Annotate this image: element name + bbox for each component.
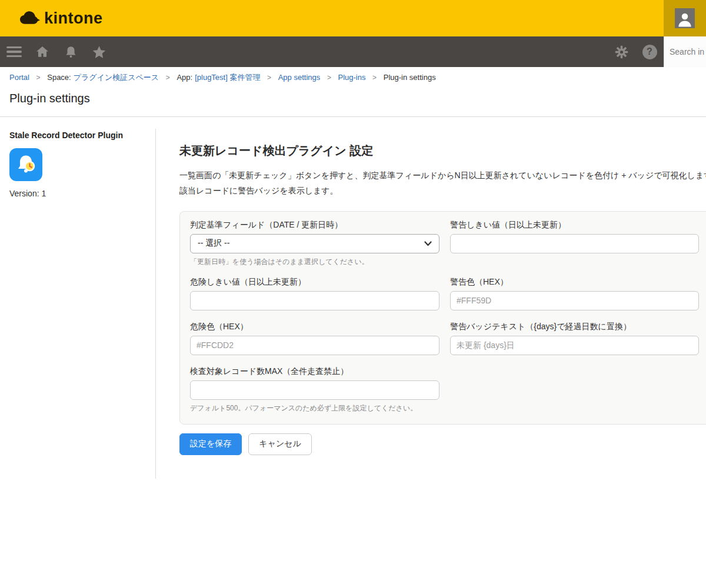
settings-gear-icon[interactable] [607, 36, 635, 67]
field-warning-badge-text: 警告バッジテキスト（{days}で経過日数に置換） [450, 322, 699, 355]
criteria-label: 判定基準フィールド（DATE / 更新日時） [190, 220, 439, 230]
settings-form-panel: 判定基準フィールド（DATE / 更新日時） -- 選択 -- 「更新日時」を使… [179, 211, 706, 425]
field-criteria: 判定基準フィールド（DATE / 更新日時） -- 選択 -- 「更新日時」を使… [190, 220, 439, 266]
page-title: Plug-in settings [9, 91, 697, 105]
danger-threshold-label: 危険しきい値（日以上未更新） [190, 277, 439, 287]
criteria-select-value: -- 選択 -- [198, 238, 229, 249]
breadcrumb-link-plugins[interactable]: Plug-ins [338, 73, 366, 82]
search-input[interactable]: Search in [664, 36, 706, 67]
global-nav-bar: ? Search in [0, 36, 706, 67]
breadcrumb-link-portal[interactable]: Portal [9, 73, 29, 82]
content-area: Stale Record Detector Plugin Version: 1 … [0, 117, 706, 479]
breadcrumb-separator: > [327, 74, 331, 82]
breadcrumb-current-label: Plug-in settings [384, 73, 436, 82]
settings-form-grid: 判定基準フィールド（DATE / 更新日時） -- 選択 -- 「更新日時」を使… [190, 220, 706, 412]
plugin-settings-main: 未更新レコード検出プラグイン 設定 一覧画面の「未更新チェック」ボタンを押すと、… [179, 117, 706, 455]
max-records-hint: デフォルト500。パフォーマンスのため必ず上限を設定してください。 [190, 404, 439, 412]
field-warning-threshold: 警告しきい値（日以上未更新） [450, 220, 699, 253]
field-warning-color: 警告色（HEX） [450, 277, 699, 310]
home-icon[interactable] [28, 36, 56, 67]
breadcrumb-link-app-settings[interactable]: App settings [278, 73, 321, 82]
user-avatar-icon [675, 8, 695, 28]
max-records-label: 検査対象レコード数MAX（全件走査禁止） [190, 366, 439, 376]
warning-threshold-label: 警告しきい値（日以上未更新） [450, 220, 699, 230]
save-settings-button[interactable]: 設定を保存 [179, 433, 242, 455]
cancel-button[interactable]: キャンセル [248, 433, 312, 455]
field-max-records: 検査対象レコード数MAX（全件走査禁止） デフォルト500。パフォーマンスのため… [190, 366, 439, 412]
breadcrumb: Portal > Space:プラグイン検証スペース > App:[plugTe… [0, 67, 706, 82]
top-bar: kintone [0, 0, 706, 36]
breadcrumb-item-plugins: Plug-ins [338, 73, 366, 82]
brand-name: kintone [44, 9, 103, 28]
menu-hamburger-icon[interactable] [0, 36, 28, 67]
form-actions: 設定を保存 キャンセル [179, 433, 706, 455]
danger-threshold-input[interactable] [190, 291, 439, 310]
warning-color-input[interactable] [450, 291, 699, 310]
settings-heading: 未更新レコード検出プラグイン 設定 [179, 143, 706, 158]
max-records-input[interactable] [190, 380, 439, 400]
user-menu[interactable] [664, 0, 706, 36]
kintone-logo[interactable]: kintone [19, 9, 103, 28]
breadcrumb-item-current: Plug-in settings [384, 73, 436, 82]
plugin-bell-clock-icon [9, 148, 42, 181]
danger-color-label: 危険色（HEX） [190, 322, 439, 332]
breadcrumb-item-app: App:[plugTest] 案件管理 [176, 73, 260, 82]
search-placeholder: Search in [670, 47, 704, 56]
breadcrumb-separator: > [166, 74, 170, 82]
chevron-down-icon [424, 241, 432, 246]
favorites-star-icon[interactable] [85, 36, 113, 67]
field-danger-threshold: 危険しきい値（日以上未更新） [190, 277, 439, 310]
warning-badge-text-input[interactable] [450, 336, 699, 355]
breadcrumb-item-app-settings: App settings [278, 73, 321, 82]
breadcrumb-item-space: Space:プラグイン検証スペース [47, 73, 159, 82]
breadcrumb-separator: > [267, 74, 271, 82]
notifications-bell-icon[interactable] [56, 36, 85, 67]
criteria-select[interactable]: -- 選択 -- [190, 234, 439, 253]
settings-description: 一覧画面の「未更新チェック」ボタンを押すと、判定基準フィールドからN日以上更新さ… [179, 168, 706, 198]
kintone-cloud-icon [19, 9, 41, 27]
field-danger-color: 危険色（HEX） [190, 322, 439, 355]
breadcrumb-link-app[interactable]: [plugTest] 案件管理 [195, 73, 260, 82]
criteria-hint: 「更新日時」を使う場合はそのまま選択してください。 [190, 258, 439, 266]
plugin-version: Version: 1 [9, 189, 155, 198]
nav-right-group: ? Search in [607, 36, 706, 67]
breadcrumb-item-portal: Portal [9, 73, 29, 82]
plugin-sidebar: Stale Record Detector Plugin Version: 1 [0, 129, 156, 479]
warning-color-label: 警告色（HEX） [450, 277, 699, 287]
plugin-name: Stale Record Detector Plugin [9, 130, 155, 141]
help-icon[interactable]: ? [635, 36, 664, 67]
breadcrumb-separator: > [36, 74, 41, 82]
warning-badge-text-label: 警告バッジテキスト（{days}で経過日数に置換） [450, 322, 699, 332]
danger-color-input[interactable] [190, 336, 439, 355]
breadcrumb-separator: > [372, 74, 377, 82]
warning-threshold-input[interactable] [450, 234, 699, 253]
breadcrumb-link-space[interactable]: プラグイン検証スペース [74, 73, 159, 82]
